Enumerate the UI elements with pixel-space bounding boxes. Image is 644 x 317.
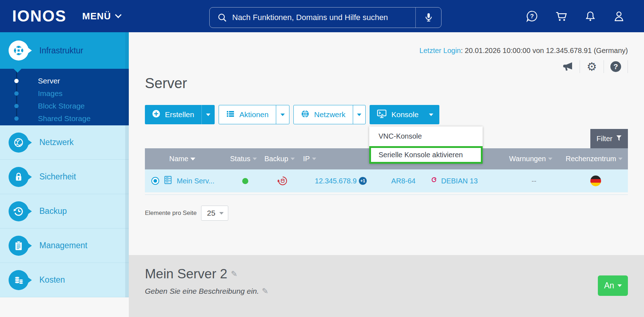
divider (145, 194, 628, 195)
bullet-icon (14, 91, 19, 96)
detail-server-title: Mein Server 2 (145, 266, 227, 282)
germany-flag-icon (590, 176, 601, 186)
ip-address-link[interactable]: 12.345.678.9 (315, 177, 357, 185)
megaphone-icon[interactable] (556, 60, 580, 73)
management-clipboard-icon (9, 236, 29, 256)
console-monitor-icon (377, 109, 387, 120)
server-type-link[interactable]: AR8-64 (391, 177, 416, 185)
menu-label: MENÜ (82, 11, 111, 22)
sidebar-item-kosten[interactable]: Kosten (0, 263, 129, 297)
sort-caret-icon (618, 158, 623, 160)
network-icon (9, 133, 29, 153)
backup-clock-icon (9, 201, 29, 221)
cart-icon[interactable] (555, 10, 568, 23)
column-header-name[interactable]: Name (145, 155, 227, 163)
submenu-item-images[interactable]: Images (0, 87, 129, 100)
status-online-icon (242, 178, 248, 184)
server-rack-icon (163, 175, 173, 187)
detail-description: Geben Sie eine Beschreibung ein. (145, 287, 259, 296)
search-input[interactable] (232, 13, 415, 22)
sidebar-item-sicherheit[interactable]: Sicherheit (0, 160, 129, 194)
aktionen-button[interactable]: Aktionen (219, 105, 289, 124)
ip-count-badge[interactable]: +1 (359, 177, 367, 185)
column-header-ip[interactable]: IP (302, 155, 379, 163)
items-per-page-select[interactable]: 25 (201, 206, 228, 221)
aktionen-dropdown-toggle[interactable] (276, 105, 289, 124)
konsole-dropdown-caret (429, 114, 433, 116)
svg-text:?: ? (530, 13, 534, 20)
menu-item-serielle-konsole-aktivieren[interactable]: Serielle Konsole aktivieren (371, 148, 481, 162)
costs-coins-icon (9, 270, 29, 290)
chevron-down-icon (219, 212, 224, 215)
search-box[interactable] (209, 7, 441, 28)
bullet-icon (14, 104, 19, 108)
konsole-dropdown-menu: VNC-Konsole Serielle Konsole aktivieren (369, 126, 483, 164)
bullet-icon (14, 79, 19, 83)
column-header-status[interactable]: Status (227, 155, 263, 163)
edit-description-pencil-icon[interactable]: ✎ (262, 287, 268, 296)
sidebar-item-netzwerk[interactable]: Netzwerk (0, 125, 129, 160)
column-header-warnungen[interactable]: Warnungen (504, 155, 564, 163)
backup-sync-icon[interactable] (263, 176, 302, 186)
warnings-value: -- (532, 177, 536, 185)
ionos-logo: IONOS (12, 7, 67, 25)
submenu-item-block-storage[interactable]: Block Storage (0, 100, 129, 112)
active-notch (14, 69, 21, 73)
submenu-item-shared-storage[interactable]: Shared Storage (0, 112, 129, 125)
last-login-link[interactable]: Letzter Login (419, 47, 461, 54)
question-icon[interactable]: ? (604, 60, 628, 73)
notifications-icon[interactable] (584, 10, 596, 22)
netzwerk-button[interactable]: Netzwerk (293, 105, 366, 124)
bullet-icon (14, 116, 19, 121)
toolbar: Erstellen Aktionen Netzwerk (145, 105, 628, 124)
debian-logo-icon (430, 176, 438, 186)
server-name-link[interactable]: Mein Serv... (177, 177, 214, 185)
quick-icons: ⚙ ? (145, 60, 628, 73)
topbar-icons: ? (526, 0, 625, 32)
microphone-icon[interactable] (415, 8, 441, 28)
pagination: Elemente pro Seite 25 (145, 206, 628, 221)
gear-icon[interactable]: ⚙ (580, 60, 604, 73)
last-login-value: : 20.01.2026 10:00:00 von 12.345.678.91 … (461, 47, 628, 54)
power-dropdown-caret (618, 284, 622, 287)
erstellen-dropdown-toggle[interactable] (201, 105, 215, 124)
os-link[interactable]: DEBIAN 13 (441, 177, 478, 185)
erstellen-button[interactable]: Erstellen (145, 105, 215, 124)
menu-button[interactable]: MENÜ (82, 11, 121, 22)
items-per-page-label: Elemente pro Seite (145, 210, 197, 217)
chevron-down-icon (115, 11, 122, 18)
plus-circle-icon (152, 110, 160, 120)
power-state-button[interactable]: An (598, 275, 628, 296)
menu-item-vnc-konsole[interactable]: VNC-Konsole (369, 126, 483, 146)
sort-caret-icon (548, 158, 552, 160)
account-icon[interactable] (613, 10, 625, 22)
sidebar: Infrastruktur Server Images Block Storag… (0, 32, 129, 317)
infrastructure-icon (9, 40, 29, 61)
sort-caret-icon (190, 158, 195, 160)
last-login: Letzter Login: 20.01.2026 10:00:00 von 1… (145, 32, 628, 55)
security-lock-icon (9, 167, 29, 187)
column-header-backup[interactable]: Backup (263, 155, 302, 163)
sidebar-scrollbar[interactable] (125, 32, 129, 297)
funnel-icon (616, 135, 622, 143)
infrastruktur-submenu: Server Images Block Storage Shared Stora… (0, 69, 129, 125)
page-title: Server (145, 75, 628, 94)
sort-caret-icon (291, 158, 295, 160)
row-radio-selected[interactable] (151, 177, 159, 185)
sidebar-item-label: Infrastruktur (39, 46, 83, 56)
sidebar-item-backup[interactable]: Backup (0, 194, 129, 229)
highlight-box: Serielle Konsole aktivieren (369, 146, 483, 164)
list-icon (226, 110, 235, 120)
konsole-button[interactable]: Konsole (370, 105, 439, 124)
submenu-item-server[interactable]: Server (0, 75, 129, 87)
sidebar-item-management[interactable]: Management (0, 229, 129, 263)
help-chat-icon[interactable]: ? (526, 10, 538, 23)
column-header-rechenzentrum[interactable]: Rechenzentrum (564, 155, 628, 163)
edit-name-pencil-icon[interactable]: ✎ (231, 269, 237, 279)
sort-caret-icon (312, 158, 316, 160)
netzwerk-dropdown-toggle[interactable] (353, 105, 365, 124)
search-icon (218, 13, 227, 23)
sidebar-item-infrastruktur[interactable]: Infrastruktur (0, 32, 129, 69)
sort-caret-icon (253, 158, 257, 160)
filter-button[interactable]: Filter (590, 129, 628, 148)
